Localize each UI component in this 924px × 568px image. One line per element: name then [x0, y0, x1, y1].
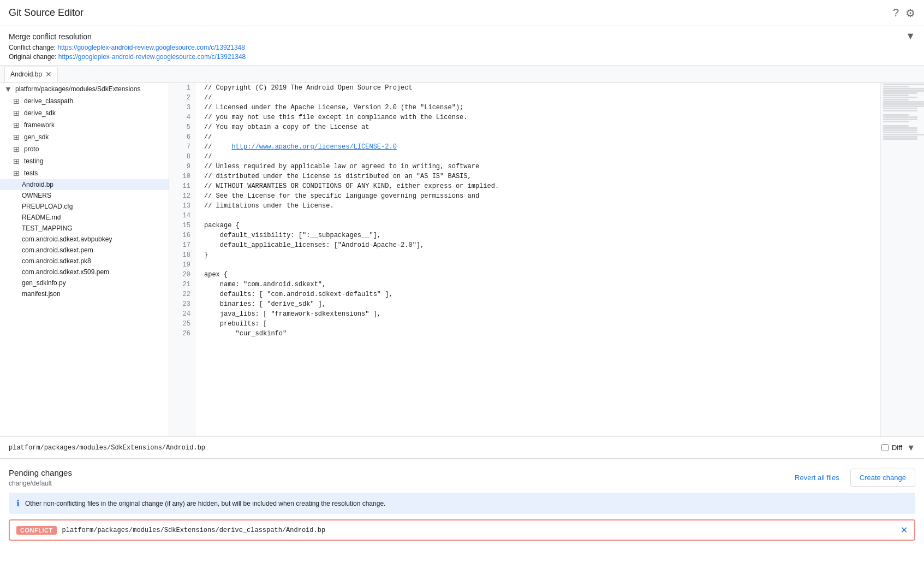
tree-item-label: TEST_MAPPING	[22, 224, 73, 232]
tree-item-label: derive_classpath	[24, 97, 73, 105]
original-change-label: Original change:	[9, 53, 56, 61]
code-line	[204, 211, 872, 221]
create-change-button[interactable]: Create change	[850, 469, 915, 487]
tree-item-label: com.android.sdkext.avbpubkey	[22, 235, 112, 243]
tree-item-label: manifest.json	[22, 290, 61, 298]
expand-icon: ⊞	[13, 133, 22, 141]
app-title: Git Source Editor	[9, 7, 84, 19]
tree-item-derive-classpath[interactable]: ⊞ derive_classpath	[0, 95, 169, 107]
diff-checkbox-input[interactable]	[881, 444, 889, 451]
tree-item-label: tests	[24, 169, 38, 177]
conflict-close-icon[interactable]: ✕	[901, 525, 908, 535]
code-line: // distributed under the License is dist…	[204, 171, 872, 181]
tree-item-label: PREUPLOAD.cfg	[22, 203, 73, 210]
info-text: Other non-conflicting files in the origi…	[25, 500, 385, 507]
tree-item-gen-sdk[interactable]: ⊞ gen_sdk	[0, 131, 169, 143]
tree-root[interactable]: ▼ platform/packages/modules/SdkExtension…	[0, 83, 169, 95]
pending-title: Pending changes	[9, 468, 72, 477]
tree-item-pk8[interactable]: com.android.sdkext.pk8	[0, 256, 169, 267]
dropdown-arrow-icon: ▼	[907, 443, 915, 453]
tree-item-label: framework	[24, 121, 55, 129]
top-bar-icons: ? ⚙	[893, 7, 915, 20]
settings-icon[interactable]: ⚙	[905, 7, 915, 20]
code-line: "cur_sdkinfo"	[204, 329, 872, 339]
minimap	[880, 83, 924, 436]
code-line: apex {	[204, 270, 872, 280]
editor-main: ▼ platform/packages/modules/SdkExtension…	[0, 83, 924, 437]
root-collapse-icon: ▼	[4, 85, 13, 93]
original-change-link[interactable]: https://googleplex-android-review.google…	[58, 53, 246, 61]
info-bar: ℹ Other non-conflicting files in the ori…	[9, 493, 915, 514]
conflict-bar-dropdown[interactable]: ▼	[905, 31, 915, 42]
license-link[interactable]: http://www.apache.org/licenses/LICENSE-2…	[231, 143, 396, 151]
tree-item-label: gen_sdk	[24, 133, 49, 141]
code-line: prebuilts: [	[204, 319, 872, 329]
code-line: defaults: [ "com.android.sdkext-defaults…	[204, 289, 872, 299]
tree-item-android-bp[interactable]: Android.bp	[0, 179, 169, 190]
info-icon: ℹ	[16, 498, 20, 508]
tree-item-label: com.android.sdkext.pk8	[22, 257, 91, 265]
code-line: java_libs: [ "framework-sdkextensions" ]…	[204, 309, 872, 319]
code-editor[interactable]: 1234567891011121314151617181920212223242…	[169, 83, 880, 436]
diff-checkbox-group[interactable]: Diff	[881, 443, 902, 452]
code-line: //	[204, 132, 872, 142]
conflict-resolution-bar: Merge conflict resolution ▼ Conflict cha…	[0, 26, 924, 66]
code-line: // http://www.apache.org/licenses/LICENS…	[204, 142, 872, 152]
tree-item-label: testing	[24, 157, 43, 165]
status-bar-right: Diff ▼	[881, 443, 915, 453]
conflict-section-title: Merge conflict resolution	[9, 32, 92, 41]
file-tab-label: Android.bp	[10, 70, 42, 78]
tree-item-label: README.md	[22, 214, 61, 221]
expand-icon: ⊞	[13, 109, 22, 117]
expand-icon: ⊞	[13, 157, 22, 165]
file-tab-bar: Android.bp ✕	[0, 66, 924, 83]
tree-item-proto[interactable]: ⊞ proto	[0, 143, 169, 155]
code-line: package {	[204, 221, 872, 230]
tree-item-tests[interactable]: ⊞ tests	[0, 167, 169, 179]
tree-item-derive-sdk[interactable]: ⊞ derive_sdk	[0, 107, 169, 119]
code-line: // Unless required by applicable law or …	[204, 162, 872, 171]
tree-item-test-mapping[interactable]: TEST_MAPPING	[0, 223, 169, 234]
original-change-row: Original change: https://googleplex-andr…	[9, 53, 915, 61]
status-bar: platform/packages/modules/SdkExtensions/…	[0, 437, 924, 459]
diff-dropdown[interactable]: ▼	[907, 443, 915, 453]
help-icon[interactable]: ?	[893, 7, 899, 20]
tree-item-label: OWNERS	[22, 192, 51, 199]
conflict-file-path: platform/packages/modules/SdkExtensions/…	[62, 526, 895, 534]
conflict-change-link[interactable]: https://googleplex-android-review.google…	[57, 44, 245, 51]
close-tab-icon[interactable]: ✕	[45, 70, 52, 79]
conflict-bar-title: Merge conflict resolution ▼	[9, 31, 915, 42]
tree-item-gen-sdkinfo[interactable]: gen_sdkinfo.py	[0, 277, 169, 288]
code-line: // See the License for the specific lang…	[204, 191, 872, 201]
conflict-change-row: Conflict change: https://googleplex-andr…	[9, 44, 915, 51]
code-line: // Licensed under the Apache License, Ve…	[204, 103, 872, 113]
tree-item-avbpubkey[interactable]: com.android.sdkext.avbpubkey	[0, 234, 169, 245]
tree-item-manifest[interactable]: manifest.json	[0, 288, 169, 299]
tree-item-readme[interactable]: README.md	[0, 212, 169, 223]
tree-root-label: platform/packages/modules/SdkExtensions	[15, 85, 140, 93]
code-line	[204, 260, 872, 270]
revert-all-button[interactable]: Revert all files	[790, 471, 844, 484]
pending-header: Pending changes change/default Revert al…	[9, 466, 915, 487]
tree-item-owners[interactable]: OWNERS	[0, 190, 169, 201]
file-tree: ▼ platform/packages/modules/SdkExtension…	[0, 83, 169, 436]
code-line: default_visibility: [":__subpackages__"]…	[204, 230, 872, 240]
pending-actions: Revert all files Create change	[790, 469, 915, 487]
tree-item-pem[interactable]: com.android.sdkext.pem	[0, 245, 169, 256]
tree-item-label: com.android.sdkext.pem	[22, 246, 93, 254]
expand-icon: ⊞	[13, 145, 22, 153]
tree-item-x509[interactable]: com.android.sdkext.x509.pem	[0, 267, 169, 277]
code-line: // you may not use this file except in c…	[204, 113, 872, 122]
pending-title-group: Pending changes change/default	[9, 468, 72, 487]
code-content[interactable]: // Copyright (C) 2019 The Android Open S…	[195, 83, 880, 436]
tree-item-framework[interactable]: ⊞ framework	[0, 119, 169, 131]
file-path: platform/packages/modules/SdkExtensions/…	[9, 444, 205, 452]
tree-item-label: derive_sdk	[24, 109, 56, 117]
tree-item-label: gen_sdkinfo.py	[22, 279, 66, 287]
code-line: //	[204, 93, 872, 103]
file-tab-android-bp[interactable]: Android.bp ✕	[4, 67, 58, 82]
code-line: default_applicable_licenses: ["Android-A…	[204, 240, 872, 250]
bottom-area: Pending changes change/default Revert al…	[0, 459, 924, 568]
tree-item-preupload[interactable]: PREUPLOAD.cfg	[0, 201, 169, 212]
tree-item-testing[interactable]: ⊞ testing	[0, 155, 169, 167]
